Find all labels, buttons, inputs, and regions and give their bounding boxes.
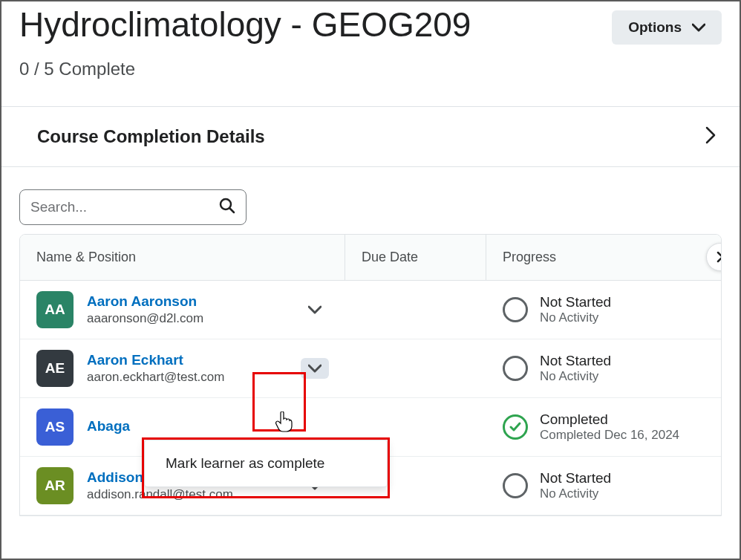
search-box[interactable] xyxy=(19,189,247,225)
learner-email: addison.randall@test.com xyxy=(87,487,287,502)
progress-status: Not Started xyxy=(540,353,611,369)
progress-status: Not Started xyxy=(540,294,611,310)
avatar: AR xyxy=(36,467,74,504)
table-row: AA Aaron Aaronson aaaronson@d2l.com Not … xyxy=(20,281,721,339)
avatar: AA xyxy=(36,291,74,328)
completion-count: 0 / 5 Complete xyxy=(1,59,740,91)
section-title: Course Completion Details xyxy=(37,126,265,147)
learner-email: aaron.eckhart@test.com xyxy=(87,370,287,385)
avatar: AS xyxy=(36,408,74,446)
section-header[interactable]: Course Completion Details xyxy=(1,106,740,167)
learner-actions-button[interactable] xyxy=(301,299,329,320)
search-input[interactable] xyxy=(30,199,219,215)
learner-name-link[interactable]: Abaga xyxy=(87,418,329,434)
progress-status: Not Started xyxy=(540,470,611,486)
table-row: AE Aaron Eckhart aaron.eckhart@test.com … xyxy=(20,339,721,398)
learner-actions-menu: Mark learner as complete xyxy=(144,440,388,487)
progress-circle-icon xyxy=(503,473,528,498)
learner-name-link[interactable]: Aaron Aaronson xyxy=(87,293,287,310)
progress-sub: No Activity xyxy=(540,369,611,384)
mark-complete-menu-item[interactable]: Mark learner as complete xyxy=(145,440,387,486)
expand-chevron-icon[interactable] xyxy=(705,126,716,147)
table-header-row: Name & Position Due Date Progress xyxy=(20,235,721,281)
progress-check-icon xyxy=(503,414,528,440)
options-button[interactable]: Options xyxy=(612,10,722,45)
learner-actions-button[interactable] xyxy=(301,358,329,379)
options-label: Options xyxy=(628,19,682,36)
column-header-name[interactable]: Name & Position xyxy=(20,235,345,280)
chevron-down-icon xyxy=(692,19,705,36)
learner-email: aaaronson@d2l.com xyxy=(87,311,287,326)
progress-sub: No Activity xyxy=(540,310,611,325)
svg-line-1 xyxy=(230,209,235,213)
avatar: AE xyxy=(36,350,74,387)
progress-status: Completed xyxy=(540,411,679,428)
column-header-due[interactable]: Due Date xyxy=(345,235,486,280)
learner-name-link[interactable]: Aaron Eckhart xyxy=(87,352,287,368)
progress-circle-icon xyxy=(503,356,528,381)
search-icon[interactable] xyxy=(219,198,235,217)
progress-circle-icon xyxy=(503,297,528,322)
progress-sub: Completed Dec 16, 2024 xyxy=(540,428,679,443)
progress-sub: No Activity xyxy=(540,486,611,501)
page-title: Hydroclimatology - GEOG209 xyxy=(19,4,471,45)
column-header-progress[interactable]: Progress xyxy=(486,235,721,280)
